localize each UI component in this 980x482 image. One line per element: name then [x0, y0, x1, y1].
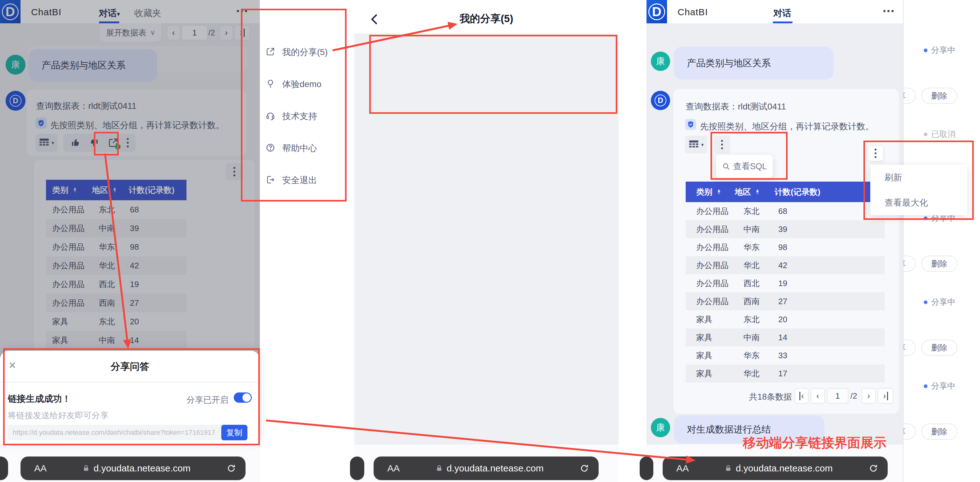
menu-item-label: 我的分享(5)	[282, 46, 328, 58]
delete-button[interactable]: 删除	[921, 340, 957, 356]
column-header: 类别	[696, 187, 713, 198]
text-size-button[interactable]: AA	[387, 463, 400, 474]
right-url-bar[interactable]: AA d.youdata.netease.com	[663, 456, 888, 480]
table-cell: 华北	[743, 260, 778, 271]
table-row: 家具华北17	[686, 364, 885, 383]
table-cell: 办公用品	[696, 296, 743, 307]
menu-item-refresh[interactable]: 刷新	[870, 165, 967, 190]
delete-button[interactable]: 删除	[921, 423, 957, 440]
search-icon	[722, 162, 730, 171]
dialog-title: 分享问答	[0, 360, 260, 373]
share-toggle[interactable]	[234, 393, 252, 403]
table-cell: 39	[778, 225, 828, 234]
table-cell: 西北	[743, 278, 778, 289]
my-share-icon	[266, 47, 275, 58]
delete-button[interactable]: 删除	[921, 255, 957, 272]
shield-icon	[685, 119, 696, 130]
caret-down-icon: ▾	[701, 142, 704, 148]
url-domain: d.youdata.netease.com	[736, 463, 833, 474]
table-cell: 东北	[743, 314, 778, 325]
middle-url-bar[interactable]: AA d.youdata.netease.com	[374, 456, 599, 480]
menu-item-support-headset[interactable]: 技术支持	[266, 100, 342, 132]
menu-item-logout[interactable]: 安全退出	[266, 164, 342, 196]
view-sql-popup[interactable]: 查看SQL	[716, 155, 773, 178]
table-row: 家具东北20	[686, 310, 885, 329]
table-row: 办公用品西北19	[686, 274, 885, 292]
table-cell: 中南	[743, 224, 778, 235]
dialog-divider	[0, 382, 260, 383]
user-avatar: 康	[651, 418, 670, 437]
sort-icon[interactable]: ▲▼	[755, 189, 760, 194]
card-more-button[interactable]	[868, 145, 883, 161]
table-cell: 19	[778, 279, 828, 288]
logout-icon	[266, 175, 275, 186]
table-cell: 14	[778, 333, 828, 342]
status-badge: 分享中	[924, 297, 955, 308]
sort-icon[interactable]: ▲▼	[717, 189, 721, 194]
screenshot-canvas: D ChatBI 对话▾ 收藏夹 展开数据表∨ ‹ 1 /2 › › 康 产品类…	[0, 0, 980, 482]
table-cell: 华东	[743, 242, 778, 253]
status-badge: 分享中	[924, 45, 955, 56]
share-dialog: × 分享问答 链接生成成功！ 分享已开启 将链接发送给好友即可分享 https:…	[0, 351, 260, 444]
right-pager-page-box[interactable]: 1	[827, 388, 848, 404]
answer-more-button[interactable]	[714, 136, 730, 153]
more-menu-popup: 我的分享(5)体验demo技术支持帮助中心安全退出	[261, 36, 342, 196]
right-more-menu-icon[interactable]	[883, 10, 894, 12]
adjacent-tab-edge	[640, 456, 653, 480]
table-cell: 华北	[743, 368, 778, 379]
status-badge: 已取消	[924, 129, 955, 140]
table-cell: 98	[778, 243, 828, 252]
middle-page-title: 我的分享(5)	[354, 12, 619, 26]
table-cell: 42	[778, 260, 828, 270]
middle-phone-screen: 我的分享(5) 今天 15:55分享中产品类别与地区关系rldt测试0411取消…	[354, 0, 619, 482]
delete-button[interactable]: 删除	[921, 88, 957, 104]
menu-item-demo-bulb[interactable]: 体验demo	[266, 68, 342, 100]
right-pager-prev-button[interactable]: ‹	[811, 388, 825, 404]
status-dot-icon	[924, 300, 928, 304]
middle-list-background	[354, 34, 619, 444]
table-view-button[interactable]: ▾	[685, 136, 707, 153]
share-enabled-label: 分享已开启	[186, 394, 228, 405]
right-pager-first-button[interactable]: ‹	[794, 388, 809, 404]
left-phone-screen: D ChatBI 对话▾ 收藏夹 展开数据表∨ ‹ 1 /2 › › 康 产品类…	[0, 0, 260, 482]
bot-avatar: D	[651, 91, 670, 110]
right-pager-next-button[interactable]: ›	[862, 388, 876, 404]
menu-item-help-circle[interactable]: 帮助中心	[266, 132, 342, 164]
right-user-message: 产品类别与地区关系	[674, 47, 834, 80]
table-cell: 33	[778, 351, 828, 361]
table-cell: 家具	[696, 314, 743, 325]
link-success-text: 链接生成成功！	[8, 393, 71, 405]
table-row: 办公用品西南27	[686, 292, 885, 310]
table-cell: 办公用品	[696, 260, 743, 271]
left-url-bar[interactable]: AA d.youdata.netease.com	[21, 456, 245, 480]
copy-link-button[interactable]: 复制	[221, 425, 247, 441]
chatbi-logo-icon: D	[646, 0, 667, 23]
table-cell: 东北	[743, 206, 778, 217]
reload-icon[interactable]	[579, 463, 589, 473]
menu-item-label: 安全退出	[282, 174, 317, 186]
text-size-button[interactable]: AA	[34, 463, 47, 474]
right-hint-text: 先按照类别、地区分组，再计算记录数计数。	[700, 121, 874, 132]
share-link-field[interactable]: https://d.youdata.netease.com/dash/chatb…	[8, 425, 225, 441]
table-cell: 华东	[743, 350, 778, 361]
reload-icon[interactable]	[869, 463, 878, 473]
right-pager-last-button[interactable]: ›	[878, 388, 893, 404]
text-size-button[interactable]: AA	[676, 463, 689, 474]
lock-icon	[436, 464, 443, 472]
right-tab-chat[interactable]: 对话	[773, 7, 791, 19]
adjacent-tab-edge	[0, 456, 8, 480]
menu-item-maximize[interactable]: 查看最大化	[870, 190, 967, 215]
right-table-header: 类别▲▼ 地区▲▼ 计数(记录数)	[686, 182, 885, 202]
right-phone-screen: D ChatBI 对话 康 产品类别与地区关系 D 查询数据表：rldt测试04…	[646, 0, 904, 482]
table-cell: 家具	[696, 350, 743, 361]
user-avatar: 康	[651, 52, 670, 71]
table-cell: 办公用品	[696, 242, 743, 253]
chevron-left-icon: ‹	[816, 391, 819, 401]
demo-bulb-icon	[266, 79, 275, 90]
menu-item-my-share[interactable]: 我的分享(5)	[266, 36, 342, 68]
table-cell: 西南	[743, 296, 778, 307]
table-cell: 办公用品	[696, 278, 743, 289]
card-context-menu: 刷新 查看最大化	[870, 165, 967, 215]
menu-item-label: 技术支持	[282, 110, 317, 122]
reload-icon[interactable]	[226, 463, 236, 473]
